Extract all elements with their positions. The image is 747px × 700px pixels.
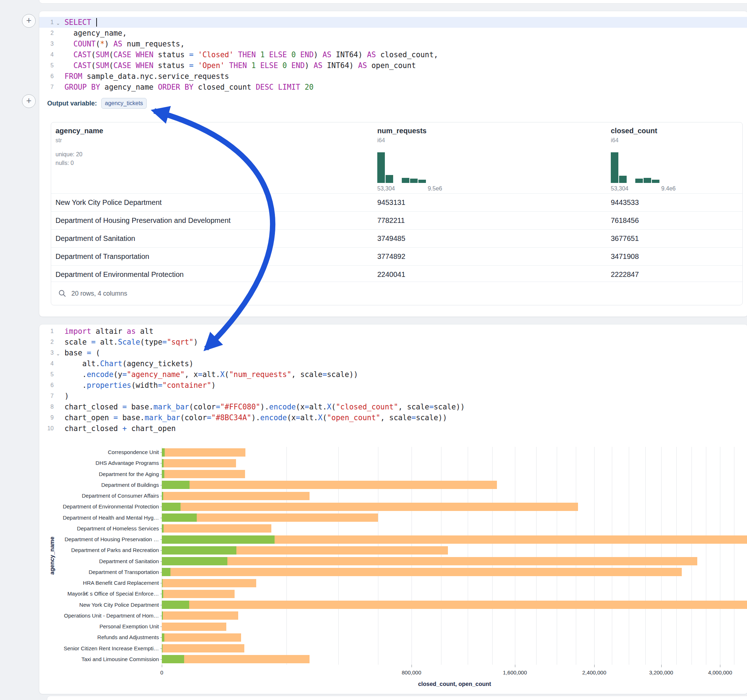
sql-editor[interactable]: 1⌄SELECT 2 agency_name,3 COUNT(*) AS num… xyxy=(39,17,747,92)
fold-chevron-icon[interactable] xyxy=(54,385,62,386)
table-cell: 2240041 xyxy=(377,266,405,284)
bar-open_count xyxy=(162,600,189,609)
fold-chevron-icon[interactable] xyxy=(54,76,62,77)
fold-chevron-icon[interactable] xyxy=(54,417,62,418)
y-axis-category-label: Department of Consumer Affairs xyxy=(39,493,159,499)
search-icon[interactable] xyxy=(58,290,66,297)
code-text: .encode(y="agency_name", x=alt.X("num_re… xyxy=(65,370,358,379)
line-number: 1 xyxy=(39,19,54,26)
bar-open_count xyxy=(162,634,164,642)
fold-chevron-icon[interactable]: ⌄ xyxy=(54,19,62,26)
fold-chevron-icon[interactable] xyxy=(54,87,62,88)
column-name: num_requests xyxy=(377,127,442,135)
bar-closed_count xyxy=(162,634,241,642)
gridline xyxy=(720,447,720,665)
bar-open_count xyxy=(162,492,163,500)
bar-open_count xyxy=(162,448,165,457)
chart-plot xyxy=(162,447,747,665)
fold-chevron-icon[interactable] xyxy=(54,407,62,407)
line-number: 10 xyxy=(39,425,54,432)
y-axis-category-label: Department of Homeless Services xyxy=(39,525,159,532)
histogram-bar xyxy=(611,152,618,183)
gridline xyxy=(576,447,576,665)
code-line: 4 CAST(SUM(CASE WHEN status = 'Closed' T… xyxy=(39,49,747,60)
x-axis-tick xyxy=(661,665,662,667)
line-number: 1 xyxy=(39,328,54,335)
bar-closed_count xyxy=(162,644,244,652)
table-body: New York City Police Department945313194… xyxy=(51,193,742,284)
code-line: 8chart_closed = base.mark_bar(color="#FF… xyxy=(39,401,747,412)
y-axis-category-label: Department of Housing Preservation … xyxy=(39,536,159,543)
bar-closed_count xyxy=(162,492,310,500)
x-axis-tick-label: 1,600,000 xyxy=(503,669,527,676)
column-header-closed-count[interactable]: closed_count i64 53,3049.4e6 xyxy=(611,127,676,192)
bar-closed_count xyxy=(162,448,245,457)
fold-chevron-icon[interactable]: ⌄ xyxy=(54,350,62,356)
x-axis-tick xyxy=(411,665,412,667)
output-variable-label: Output variable: xyxy=(47,100,97,107)
y-axis-category-label: DHS Advantage Programs xyxy=(39,460,159,466)
y-axis-category-label: Department of Sanitation xyxy=(39,558,159,564)
line-number: 2 xyxy=(39,30,54,36)
code-line: 7GROUP BY agency_name ORDER BY closed_co… xyxy=(39,82,747,92)
column-type: str xyxy=(56,137,103,144)
column-header-num-requests[interactable]: num_requests i64 53,3049.5e6 xyxy=(377,127,442,192)
output-variable-chip[interactable]: agency_tickets xyxy=(101,98,147,109)
fold-chevron-icon[interactable] xyxy=(54,374,62,375)
code-text: scale = alt.Scale(type="sqrt") xyxy=(65,338,198,346)
code-line: 9chart_open = base.mark_bar(color="#8BC3… xyxy=(39,412,747,423)
y-axis-category-label: Department for the Aging xyxy=(39,471,159,477)
code-line: 3 COUNT(*) AS num_requests, xyxy=(39,39,747,49)
bar-closed_count xyxy=(162,459,236,468)
notebook-page: + + 1⌄SELECT 2 agency_name,3 COUNT(*) AS… xyxy=(0,0,747,700)
gridline xyxy=(441,447,442,665)
fold-chevron-icon[interactable] xyxy=(54,342,62,343)
y-axis-category-label: Taxi and Limousine Commission xyxy=(39,656,159,662)
histogram-bar xyxy=(377,152,385,183)
bar-open_count xyxy=(162,546,236,555)
bar-open_count xyxy=(162,536,275,544)
add-cell-button[interactable]: + xyxy=(22,14,36,28)
code-text: chart_open = base.mark_bar(color="#8BC34… xyxy=(65,413,447,422)
histogram-bar xyxy=(644,178,651,183)
gridline xyxy=(691,447,692,665)
table-cell: Department of Sanitation xyxy=(56,230,135,247)
fold-chevron-icon[interactable] xyxy=(54,396,62,397)
next-cell-edge xyxy=(47,695,747,700)
bar-open_count xyxy=(162,513,197,522)
fold-chevron-icon[interactable] xyxy=(54,331,62,332)
fold-chevron-icon[interactable] xyxy=(54,428,62,429)
bar-open_count xyxy=(162,579,163,587)
code-line: 6 .properties(width="container") xyxy=(39,380,747,391)
code-text: chart_closed + chart_open xyxy=(65,424,176,433)
python-editor[interactable]: 1import altair as alt2scale = alt.Scale(… xyxy=(39,326,747,434)
gridline xyxy=(162,447,162,665)
column-header-agency-name[interactable]: agency_name str unique: 20 nulls: 0 xyxy=(56,127,103,167)
code-line: 5 CAST(SUM(CASE WHEN status = 'Open' THE… xyxy=(39,60,747,71)
text-cursor xyxy=(96,18,97,27)
gridline xyxy=(468,447,468,665)
line-number: 4 xyxy=(39,361,54,367)
line-number: 9 xyxy=(39,415,54,421)
add-cell-button[interactable]: + xyxy=(22,94,36,108)
code-text: import altair as alt xyxy=(65,327,154,336)
bar-open_count xyxy=(162,611,163,620)
line-number: 4 xyxy=(39,51,54,58)
bar-open_count xyxy=(162,524,163,533)
bar-closed_count xyxy=(162,600,747,609)
gridline xyxy=(646,447,646,665)
fold-chevron-icon[interactable] xyxy=(54,54,62,56)
code-text: GROUP BY agency_name ORDER BY closed_cou… xyxy=(65,83,313,92)
code-line: 7) xyxy=(39,391,747,401)
fold-chevron-icon[interactable] xyxy=(54,33,62,34)
code-line: 6FROM sample_data.nyc.service_requests xyxy=(39,71,747,82)
x-axis-tick-label: 800,000 xyxy=(402,669,421,676)
bar-open_count xyxy=(162,481,189,489)
code-text: chart_closed = base.mark_bar(color="#FFC… xyxy=(65,403,465,411)
fold-chevron-icon[interactable] xyxy=(54,65,62,66)
code-line: 2scale = alt.Scale(type="sqrt") xyxy=(39,337,747,347)
bar-open_count xyxy=(162,470,164,478)
fold-chevron-icon[interactable] xyxy=(54,363,62,364)
y-axis-category-label: Department of Environmental Protection xyxy=(39,503,159,510)
fold-chevron-icon[interactable] xyxy=(54,44,62,45)
